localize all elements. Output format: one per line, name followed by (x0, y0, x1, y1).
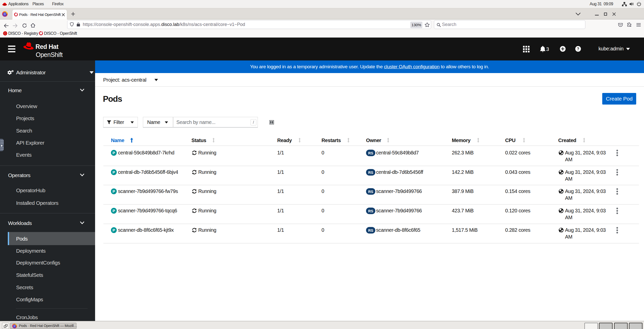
svg-text:?: ? (577, 47, 579, 51)
